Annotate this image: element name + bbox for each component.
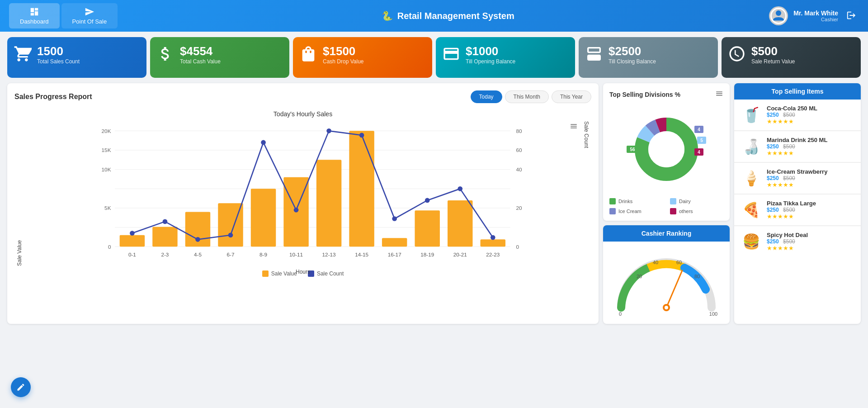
svg-point-34 [228,232,233,237]
stat-card-till-open: $1000 Till Opening Balance [436,37,575,78]
svg-text:4: 4 [698,127,700,132]
tab-this-year[interactable]: This Year [552,90,591,103]
item-stars-4: ★★★★★ [767,245,854,251]
logout-button[interactable] [844,8,859,24]
svg-text:15K: 15K [102,147,111,153]
svg-text:20: 20 [637,274,642,279]
cashier-ranking-panel: Cashier Ranking 0 20 40 60 [603,225,730,324]
divisions-menu-icon[interactable] [715,90,723,100]
svg-text:40: 40 [516,166,522,172]
svg-text:0-1: 0-1 [128,251,136,257]
division-legend-icecream: Ice Cream [609,208,663,214]
svg-text:10-11: 10-11 [289,251,303,257]
item-stars-1: ★★★★★ [767,150,854,157]
others-label: others [679,209,693,214]
gauge-area: 0 20 40 60 80 100 [603,242,730,324]
main-content: Sales Progress Report Today This Month T… [0,83,868,331]
header-title: 🐍 Retail Management System [127,10,769,21]
sale-return-value: $500 [751,44,795,58]
divisions-header: Top Selling Divisions % [609,90,723,100]
svg-text:4: 4 [698,150,700,155]
item-image-3: 🍕 [741,199,762,221]
item-price-new-3: $250 [767,207,779,213]
top-selling-items-panel: Top Selling Items 🥤 Coca-Cola 250 ML $25… [734,83,861,324]
item-name-4: Spicy Hot Deal [767,232,854,238]
svg-point-76 [665,306,668,309]
tab-this-month[interactable]: This Month [505,90,549,103]
nav-tab-pos-label: Point Of Sale [72,18,107,25]
dairy-color [670,198,676,204]
till-close-icon [585,45,603,65]
item-prices-0: $250 $500 [767,112,854,118]
nav-tab-dashboard[interactable]: Dashboard [9,3,60,28]
svg-text:5: 5 [700,138,703,143]
item-price-new-2: $250 [767,175,779,181]
stat-card-sale-return: $500 Sale Return Value [722,37,861,78]
svg-rect-27 [382,238,407,247]
list-item: 🍕 Pizaa Tikka Large $250 $500 ★★★★★ [734,195,861,226]
svg-text:56: 56 [630,147,635,152]
item-info-1: Marinda Drink 250 ML $250 $500 ★★★★★ [767,137,854,157]
svg-text:10K: 10K [102,166,111,172]
others-color [670,208,676,214]
svg-rect-23 [251,189,276,247]
chart-menu-icon[interactable] [570,122,578,132]
svg-rect-19 [120,235,145,247]
sales-header: Sales Progress Report Today This Month T… [14,90,591,103]
total-sales-value: 1500 [37,44,80,58]
return-icon [728,45,746,65]
item-stars-3: ★★★★★ [767,213,854,220]
svg-text:8-9: 8-9 [259,251,267,257]
stats-row: 1500 Total Sales Count $4554 Total Cash … [0,32,868,83]
item-image-2: 🍦 [741,167,762,189]
svg-point-42 [491,235,495,240]
stat-card-till-close: $2500 Till Closing Balance [579,37,718,78]
tab-today[interactable]: Today [471,90,502,103]
item-prices-4: $250 $500 [767,238,854,245]
svg-text:14-15: 14-15 [355,251,368,257]
item-image-1: 🍶 [741,136,762,157]
drinks-label: Drinks [618,199,632,204]
svg-text:80: 80 [516,128,522,134]
item-price-new-1: $250 [767,143,779,150]
svg-text:60: 60 [516,147,522,153]
division-legend-drinks: Drinks [609,198,663,204]
svg-text:0: 0 [108,244,111,250]
header: Dashboard Point Of Sale 🐍 Retail Managem… [0,0,868,32]
divisions-title: Top Selling Divisions % [609,91,680,98]
svg-point-59 [648,131,684,167]
icecream-label: Ice Cream [618,209,642,214]
list-item: 🍦 Ice-Cream Strawberry $250 $500 ★★★★★ [734,163,861,194]
item-image-4: 🍔 [741,231,762,252]
header-logo: 🐍 [382,10,393,21]
svg-text:4-5: 4-5 [194,251,202,257]
nav-tabs: Dashboard Point Of Sale [9,3,118,28]
user-role: Cashier [793,17,838,22]
svg-rect-28 [415,210,439,247]
svg-text:20K: 20K [102,128,111,134]
nav-tab-pos[interactable]: Point Of Sale [61,3,118,28]
stat-card-total-sales: 1500 Total Sales Count [7,37,146,78]
svg-text:18-19: 18-19 [420,251,434,257]
item-prices-2: $250 $500 [767,175,854,181]
stat-card-cash-drop: $1500 Cash Drop Value [293,37,432,78]
svg-point-0 [776,10,781,16]
item-stars-0: ★★★★★ [767,118,854,125]
item-name-2: Ice-Cream Strawberry [767,168,854,175]
top-selling-items-title: Top Selling Items [734,83,861,100]
till-open-value: $1000 [466,44,515,58]
y-axis-left-label: Sale Value [14,121,24,266]
total-cash-value: $4554 [180,44,221,58]
item-info-3: Pizaa Tikka Large $250 $500 ★★★★★ [767,200,854,220]
nav-tab-dashboard-label: Dashboard [20,18,49,25]
svg-text:5K: 5K [104,205,111,211]
svg-point-31 [130,231,135,236]
svg-rect-29 [448,200,472,247]
y-axis-right-label: Sale Count [581,121,591,266]
svg-point-38 [359,133,364,138]
cashier-ranking-title: Cashier Ranking [603,225,730,242]
item-info-0: Coca-Cola 250 ML $250 $500 ★★★★★ [767,105,854,125]
item-info-2: Ice-Cream Strawberry $250 $500 ★★★★★ [767,168,854,188]
cash-drop-value: $1500 [323,44,364,58]
svg-text:6-7: 6-7 [227,251,235,257]
